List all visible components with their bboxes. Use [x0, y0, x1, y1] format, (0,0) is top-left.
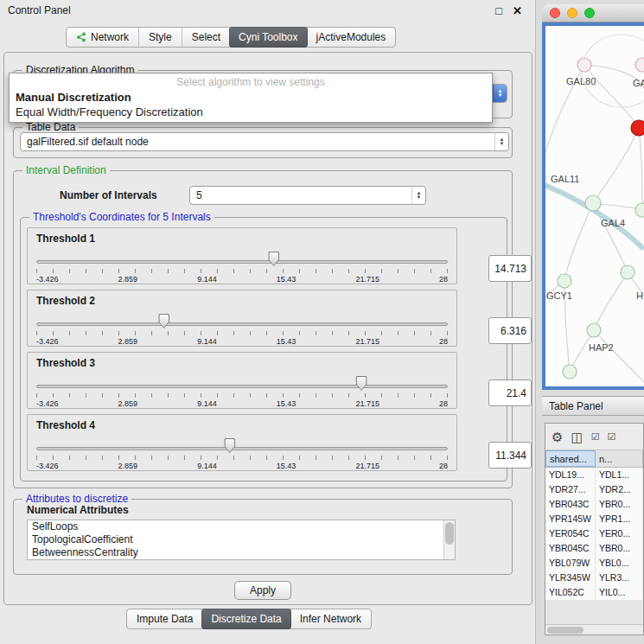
dropdown-option-manual[interactable]: Manual Discretization — [10, 90, 492, 105]
table-row[interactable]: YBR043C YBR0... — [545, 497, 643, 512]
table-row[interactable]: YBR045C YBR0... — [545, 541, 643, 556]
select-none-checkbox-icon[interactable]: ☑ — [608, 432, 616, 442]
apply-button[interactable]: Apply — [234, 581, 291, 600]
table-row[interactable]: YIL052C YIL0... — [545, 585, 643, 600]
slider-thumb[interactable] — [356, 376, 367, 391]
tab-infer-network[interactable]: Infer Network — [290, 609, 371, 628]
tab-jactivemodules[interactable]: jActiveModules — [307, 28, 396, 47]
slider-thumb[interactable] — [268, 252, 279, 266]
node-cut-right-mid[interactable] — [635, 203, 644, 217]
cell-name[interactable]: YIL0... — [596, 585, 643, 600]
cell-name[interactable]: YBR0... — [596, 541, 643, 556]
tab-style[interactable]: Style — [138, 28, 182, 47]
cell-shared-name[interactable]: YBR045C — [545, 541, 596, 556]
threshold-2-value-field[interactable]: 6.316 — [488, 317, 532, 344]
list-item[interactable]: TopologicalCoefficient — [28, 533, 455, 546]
cell-name[interactable]: YPR1... — [596, 512, 643, 526]
number-of-intervals-combobox[interactable]: 5 ▲ ▼ — [189, 186, 426, 205]
tab-infer-network-label: Infer Network — [300, 613, 361, 625]
number-of-intervals-stepper[interactable]: ▲ ▼ — [411, 187, 425, 204]
threshold-1-panel: Threshold 1 -3.4262.8599.14415.4321.7152… — [27, 227, 457, 284]
cell-name[interactable]: YBL0... — [596, 556, 643, 571]
node-label: HAP2 — [589, 342, 614, 353]
cell-shared-name[interactable]: YDR27... — [545, 482, 596, 497]
network-canvas[interactable]: GAL80 GA GAL11 GAL4 GCY1 H HAP2 — [545, 26, 644, 386]
cell-name[interactable]: YER0... — [596, 526, 643, 541]
tab-network[interactable]: Network — [67, 28, 138, 47]
node-mid[interactable] — [585, 195, 601, 211]
horizontal-scrollbar-thumb[interactable] — [547, 627, 583, 634]
table-row[interactable]: YDR27... YDR2... — [545, 482, 643, 497]
list-scrollbar[interactable] — [443, 520, 455, 559]
bottom-tabstrip: Impute Data Discretize Data Infer Networ… — [126, 609, 372, 629]
dropdown-option-equal-width[interactable]: Equal Width/Frequency Discretization — [10, 105, 492, 119]
threshold-1-value-field[interactable]: 14.713 — [488, 255, 532, 282]
tab-discretize-data[interactable]: Discretize Data — [201, 609, 290, 629]
node-cut-right-top[interactable] — [635, 58, 644, 72]
slider-track[interactable] — [36, 260, 448, 264]
zoom-window-icon[interactable] — [584, 8, 595, 18]
column-header-name[interactable]: n... — [596, 450, 643, 467]
cell-shared-name[interactable]: YBL079W — [545, 556, 596, 571]
tab-cyni-toolbox[interactable]: Cyni Toolbox — [229, 27, 307, 48]
threshold-3-slider[interactable]: -3.4262.8599.14415.4321.71528 — [36, 375, 448, 408]
node-selected-red[interactable] — [631, 120, 644, 136]
table-row[interactable]: YLR345W YLR3... — [545, 571, 643, 585]
threshold-2-label: Threshold 2 — [36, 295, 95, 307]
close-panel-icon[interactable]: ✕ — [513, 4, 522, 17]
table-row[interactable]: YBL079W YBL0... — [545, 556, 643, 571]
slider-thumb[interactable] — [224, 438, 235, 453]
horizontal-scrollbar[interactable] — [545, 624, 643, 634]
table-data-combobox-stepper[interactable]: ▲ ▼ — [494, 133, 508, 150]
threshold-1-slider[interactable]: -3.4262.8599.14415.4321.71528 — [36, 251, 448, 284]
table-row[interactable]: YPR145W YPR1... — [545, 512, 643, 526]
list-scrollbar-thumb[interactable] — [445, 522, 454, 545]
cell-name[interactable]: YDR2... — [596, 482, 643, 497]
node-gcy1[interactable] — [558, 274, 571, 288]
table-row[interactable]: YER054C YER0... — [545, 526, 643, 541]
list-item[interactable]: BetweennessCentrality — [28, 546, 455, 559]
threshold-2-slider[interactable]: -3.4262.8599.14415.4321.71528 — [36, 313, 448, 346]
cell-shared-name[interactable]: YBR043C — [545, 497, 596, 512]
slider-thumb[interactable] — [158, 314, 169, 328]
slider-tick-labels: -3.4262.8599.14415.4321.71528 — [36, 337, 448, 346]
cell-name[interactable]: YLR3... — [596, 571, 643, 585]
threshold-4-value-field[interactable]: 11.344 — [488, 442, 532, 469]
node-bottom-left[interactable] — [563, 365, 577, 379]
network-window-titlebar — [542, 4, 644, 22]
select-all-checkbox-icon[interactable]: ☑ — [591, 432, 600, 442]
node-lower-right[interactable] — [621, 265, 634, 279]
cell-shared-name[interactable]: YIL052C — [545, 585, 596, 600]
algorithm-combobox-stepper[interactable]: ▲ ▼ — [493, 85, 507, 102]
gear-icon[interactable]: ⚙ — [552, 430, 563, 443]
slider-tick-labels: -3.4262.8599.14415.4321.71528 — [36, 275, 448, 284]
close-window-icon[interactable] — [550, 8, 560, 18]
columns-icon[interactable]: ◫ — [571, 430, 583, 443]
cell-shared-name[interactable]: YPR145W — [545, 512, 596, 526]
cell-shared-name[interactable]: YDL19... — [545, 468, 596, 482]
tab-impute-data[interactable]: Impute Data — [127, 609, 202, 628]
column-header-shared-name[interactable]: shared... — [545, 450, 596, 467]
minimize-window-icon[interactable] — [567, 8, 577, 18]
table-data-combobox[interactable]: galFiltered.sif default node ▲ ▼ — [20, 132, 509, 151]
cell-shared-name[interactable]: YER054C — [545, 526, 596, 541]
table-panel-bar[interactable]: Table Panel — [542, 396, 644, 416]
node-gal80[interactable] — [577, 58, 591, 72]
table-row[interactable]: YDL19... YDL1... — [545, 468, 643, 482]
tab-select[interactable]: Select — [182, 28, 230, 47]
float-window-icon[interactable]: □ — [495, 4, 502, 17]
list-item[interactable]: SelfLoops — [28, 520, 455, 533]
node-hap2[interactable] — [587, 323, 601, 337]
node-label: GAL80 — [566, 76, 596, 86]
stepper-down-icon: ▼ — [500, 142, 505, 146]
cell-name[interactable]: YDL1... — [596, 468, 643, 482]
cell-name[interactable]: YBR0... — [596, 497, 643, 512]
node-label: GAL11 — [551, 174, 579, 184]
tick-label: 21.715 — [355, 462, 379, 470]
cell-shared-name[interactable]: YLR345W — [545, 571, 596, 585]
threshold-4-slider[interactable]: -3.4262.8599.14415.4321.71528 — [36, 437, 448, 470]
threshold-3-value-field[interactable]: 21.4 — [488, 379, 532, 406]
slider-track[interactable] — [36, 322, 448, 326]
slider-track[interactable] — [36, 385, 448, 388]
slider-track[interactable] — [36, 447, 448, 450]
